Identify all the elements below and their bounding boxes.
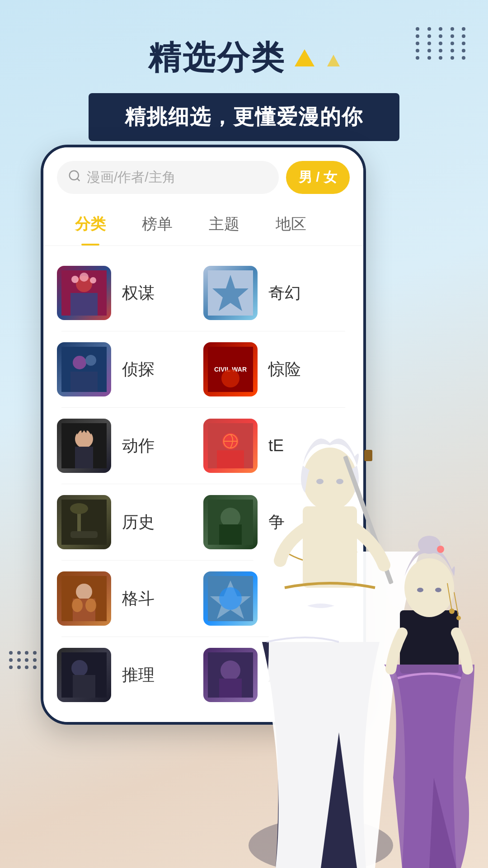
svg-rect-19 — [75, 447, 93, 468]
category-thumb-gedou — [57, 571, 111, 626]
thumb-img-qihuan — [203, 266, 258, 320]
thumb-img-tuili — [57, 648, 111, 702]
category-item-tuili[interactable]: 推理 — [57, 648, 203, 702]
svg-rect-13 — [70, 372, 98, 392]
subtitle-banner: 精挑细选，更懂爱漫的你 — [89, 93, 399, 141]
svg-point-62 — [435, 588, 441, 592]
category-row-2: 侦探 CIVIL WAR 惊险 — [57, 331, 350, 407]
category-item-qihuan[interactable]: 奇幻 — [203, 266, 350, 320]
category-thumb-zhanzheng — [203, 495, 258, 549]
title-decoration — [295, 49, 340, 66]
category-thumb-tiyu — [203, 419, 258, 473]
svg-point-60 — [437, 546, 444, 553]
category-thumb-dongzuo — [57, 419, 111, 473]
thumb-img-gedou — [57, 571, 111, 626]
decoration-dots-bottom — [9, 651, 45, 687]
triangle-icon-1 — [295, 49, 314, 66]
category-label-jingxian: 惊险 — [268, 359, 301, 381]
category-item-zhanzheng[interactable]: 争 — [203, 495, 350, 549]
svg-point-43 — [219, 587, 242, 610]
svg-point-40 — [85, 599, 96, 612]
svg-point-58 — [404, 558, 454, 617]
thumb-img-dongzuo — [57, 419, 111, 473]
main-title-text: 精选分类 — [148, 36, 286, 80]
thumb-img-zhentan — [57, 342, 111, 396]
search-bar: 漫画/作者/主角 男 / 女 — [43, 147, 363, 203]
category-row-5: 格斗 — [57, 561, 350, 637]
tab-zhuti-label: 主题 — [209, 215, 239, 232]
category-item-gedou2[interactable] — [203, 571, 350, 626]
category-thumb-tuili — [57, 648, 111, 702]
thumb-img-tiyu — [203, 419, 258, 473]
category-item-quanmou[interactable]: 权谋 — [57, 266, 203, 320]
category-list: 权谋 奇幻 — [43, 246, 363, 722]
category-item-lishi[interactable]: 历史 — [57, 495, 203, 549]
triangle-icon-2 — [327, 55, 340, 66]
svg-line-65 — [454, 592, 459, 617]
svg-point-16 — [221, 369, 239, 387]
svg-point-66 — [456, 616, 461, 620]
subtitle-text: 精挑细选，更懂爱漫的你 — [125, 105, 363, 128]
category-item-jingxian[interactable]: CIVIL WAR 惊险 — [203, 342, 350, 396]
svg-point-59 — [418, 536, 441, 554]
svg-rect-28 — [217, 450, 244, 468]
category-label-zhanzheng: 争 — [268, 511, 285, 533]
category-thumb-quanmou — [57, 266, 111, 320]
thumb-img-yiyi — [203, 648, 258, 702]
thumb-img-zhanzheng — [203, 495, 258, 549]
thumb-img-jingxian: CIVIL WAR — [203, 342, 258, 396]
svg-rect-49 — [219, 679, 242, 698]
svg-point-39 — [72, 599, 83, 612]
category-thumb-jingxian: CIVIL WAR — [203, 342, 258, 396]
tab-bangdan-label: 榜单 — [142, 215, 173, 232]
svg-rect-57 — [400, 610, 459, 674]
tab-bangdan[interactable]: 榜单 — [124, 203, 191, 245]
category-label-gedou: 格斗 — [122, 588, 155, 610]
category-row-6: 推理 悬疑 — [57, 637, 350, 713]
thumb-img-quanmou — [57, 266, 111, 320]
search-input-wrapper[interactable]: 漫画/作者/主角 — [57, 161, 279, 194]
category-item-gedou[interactable]: 格斗 — [57, 571, 203, 626]
category-row-1: 权谋 奇幻 — [57, 255, 350, 331]
phone-mockup: 漫画/作者/主角 男 / 女 分类 榜单 主题 地区 — [41, 145, 366, 725]
search-placeholder: 漫画/作者/主角 — [87, 168, 176, 187]
category-item-dongzuo[interactable]: 动作 — [57, 419, 203, 473]
tab-fenlei-label: 分类 — [75, 215, 106, 232]
svg-rect-32 — [70, 531, 98, 538]
gender-toggle-label: 男 / 女 — [299, 170, 337, 184]
category-thumb-yiyi — [203, 648, 258, 702]
svg-point-31 — [70, 503, 88, 514]
tab-zhuti[interactable]: 主题 — [191, 203, 258, 245]
category-label-qihuan: 奇幻 — [268, 282, 301, 304]
svg-line-63 — [447, 583, 452, 610]
svg-point-45 — [71, 660, 88, 676]
tab-diqu[interactable]: 地区 — [258, 203, 324, 245]
category-item-zhentan[interactable]: 侦探 — [57, 342, 203, 396]
svg-point-37 — [76, 584, 92, 600]
svg-point-12 — [85, 355, 96, 366]
gender-toggle-button[interactable]: 男 / 女 — [286, 161, 350, 194]
category-thumb-qihuan — [203, 266, 258, 320]
svg-point-0 — [70, 171, 79, 180]
category-label-lishi: 历史 — [122, 511, 155, 533]
category-label-dongzuo: 动作 — [122, 435, 155, 457]
svg-point-61 — [417, 588, 423, 592]
category-label-tiyu: tE — [268, 436, 284, 455]
svg-point-50 — [249, 818, 393, 868]
svg-point-11 — [73, 356, 86, 369]
svg-rect-35 — [219, 524, 242, 545]
category-item-yiyi[interactable]: 悬疑 — [203, 648, 350, 702]
female-character — [357, 484, 488, 868]
category-item-tiyu[interactable]: tE — [203, 419, 350, 473]
svg-point-48 — [221, 660, 240, 680]
search-icon — [68, 169, 81, 186]
svg-point-64 — [449, 609, 455, 614]
tab-diqu-label: 地区 — [276, 215, 306, 232]
tab-fenlei[interactable]: 分类 — [57, 203, 124, 245]
category-thumb-zhentan — [57, 342, 111, 396]
category-thumb-gedou2 — [203, 571, 258, 626]
category-label-tuili: 推理 — [122, 664, 155, 686]
tabs-bar: 分类 榜单 主题 地区 — [43, 203, 363, 246]
thumb-img-gedou2 — [203, 571, 258, 626]
main-title: 精选分类 — [148, 36, 340, 80]
